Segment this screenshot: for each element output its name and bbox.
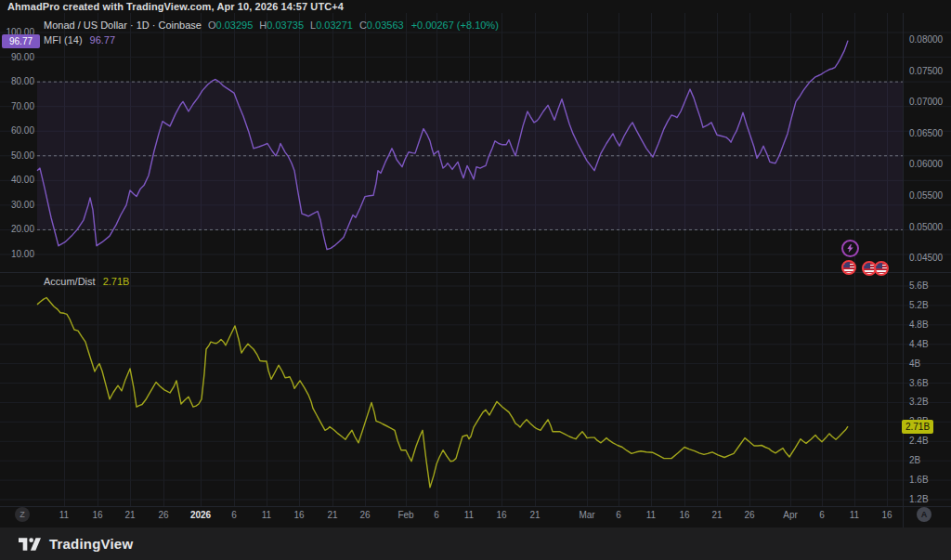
accum-dist-axis-label: 4.4B <box>909 339 929 350</box>
price-axis-label: 0.05000 <box>909 222 943 233</box>
accum-dist-legend[interactable]: Accum/Dist2.71B <box>44 276 129 287</box>
accum-dist-axis-label: 4.8B <box>909 319 929 331</box>
time-axis-label: Apr <box>783 510 798 520</box>
change-value: +0.00267 (+8.10%) <box>411 20 499 31</box>
footer-bar: TradingView <box>0 527 951 560</box>
mfi-legend[interactable]: MFI (14)96.77 <box>44 34 115 46</box>
lightning-bolt-glyph <box>846 244 854 253</box>
mfi-axis-label: 20.00 <box>0 224 34 235</box>
lightning-event-icon[interactable] <box>841 240 859 257</box>
time-axis-label: 21 <box>124 510 135 520</box>
time-axis-label: 21 <box>529 510 540 520</box>
main-symbol-legend[interactable]: Monad / US Dollar · 1D · CoinbaseO0.0329… <box>44 20 499 31</box>
mfi-axis-label: 90.00 <box>0 52 34 63</box>
mfi-axis-label: 50.00 <box>0 150 34 162</box>
time-axis-label: 6 <box>616 510 621 520</box>
time-axis-label: 16 <box>679 510 689 520</box>
ohlc-key: O <box>208 20 216 31</box>
price-axis-label: 0.06000 <box>909 159 943 170</box>
time-axis-label: 26 <box>359 510 370 520</box>
mfi-axis-label: 40.00 <box>0 175 34 186</box>
accum-dist-axis-label: 5.6B <box>909 280 929 292</box>
time-axis-label: 26 <box>158 510 168 520</box>
mfi-pane[interactable] <box>0 13 951 272</box>
accum-dist-axis-label: 3.6B <box>909 378 929 389</box>
ohlc-key: C <box>359 20 367 31</box>
accum-dist-axis-label: 2B <box>909 455 920 466</box>
time-axis-label: 11 <box>646 510 656 520</box>
pane-divider[interactable] <box>0 272 951 273</box>
accum-dist-axis-label: 1.2B <box>909 494 929 505</box>
ohlc-value: 0.03295 <box>216 20 254 31</box>
accum-dist-axis-label: 5.2B <box>909 300 929 311</box>
price-axis-label: 0.07500 <box>909 66 943 77</box>
accum-dist-pane[interactable] <box>0 273 951 506</box>
mfi-indicator-value: 96.77 <box>90 34 116 46</box>
ohlc-value: 0.03563 <box>367 20 404 31</box>
accum-dist-axis-label: 1.6B <box>909 475 929 486</box>
price-axis-label: 0.06500 <box>909 128 943 139</box>
time-axis-label: 26 <box>744 510 754 520</box>
ohlc-values: O0.03295H0.03735L0.03271C0.03563 <box>202 20 404 31</box>
symbol-title[interactable]: Monad / US Dollar · 1D · Coinbase <box>44 20 202 31</box>
us-flag-event-icon[interactable] <box>841 260 856 275</box>
time-axis-label: 21 <box>711 510 722 520</box>
mfi-axis-label: 30.00 <box>0 200 34 211</box>
auto-scale-button[interactable]: A <box>917 507 931 522</box>
time-axis-label: 16 <box>881 510 892 520</box>
time-axis-label: 11 <box>59 510 69 520</box>
time-axis-label: 16 <box>496 510 506 520</box>
time-axis-label: 21 <box>327 510 337 520</box>
accum-dist-line-series[interactable] <box>37 298 848 488</box>
tradingview-chart-snapshot: AhmadPro created with TradingView.com, A… <box>0 0 951 560</box>
timezone-button[interactable]: Z <box>15 507 30 522</box>
time-axis-label: 16 <box>293 510 304 520</box>
time-axis-label: 11 <box>464 510 474 520</box>
ohlc-value: 0.03735 <box>267 20 304 31</box>
time-axis-label: 2026 <box>190 510 211 520</box>
time-axis-label: Mar <box>579 510 594 520</box>
time-axis-label: 11 <box>850 510 859 520</box>
mfi-axis-label: 80.00 <box>0 76 34 87</box>
accum-dist-axis-label: 3.2B <box>909 397 929 408</box>
price-axis-label: 0.04500 <box>909 253 943 264</box>
tradingview-logo-icon[interactable] <box>19 536 41 553</box>
us-flag-event-icon[interactable] <box>874 261 889 276</box>
tradingview-brand[interactable]: TradingView <box>49 536 133 552</box>
ohlc-value: 0.03271 <box>316 20 353 31</box>
attribution-text: AhmadPro created with TradingView.com, A… <box>7 1 344 12</box>
time-axis-label: 6 <box>434 510 439 520</box>
price-axis-label: 0.05500 <box>909 190 943 202</box>
accum-dist-indicator-name[interactable]: Accum/Dist <box>44 276 96 287</box>
time-scale-border <box>0 506 951 507</box>
time-axis-label: 6 <box>819 510 825 520</box>
mfi-axis-label: 70.00 <box>0 101 34 112</box>
time-axis-label: 11 <box>262 510 271 520</box>
price-axis-label: 0.07000 <box>909 97 943 108</box>
accum-dist-axis-label: 2.4B <box>909 436 929 447</box>
mfi-indicator-name[interactable]: MFI (14) <box>44 34 83 46</box>
accum-dist-indicator-value: 2.71B <box>103 276 130 287</box>
mfi-axis-label: 10.00 <box>0 249 34 260</box>
time-axis-label: Feb <box>397 510 413 520</box>
price-scale-border <box>903 13 904 527</box>
mfi-axis-label: 60.00 <box>0 125 34 137</box>
accum-dist-last-value-badge: 2.71B <box>902 420 933 434</box>
price-axis-label: 0.08000 <box>909 34 943 46</box>
time-axis-label: 16 <box>92 510 102 520</box>
time-axis-label: 6 <box>231 510 237 520</box>
mfi-last-value-badge: 96.77 <box>2 34 40 48</box>
accum-dist-axis-label: 4B <box>909 358 920 370</box>
